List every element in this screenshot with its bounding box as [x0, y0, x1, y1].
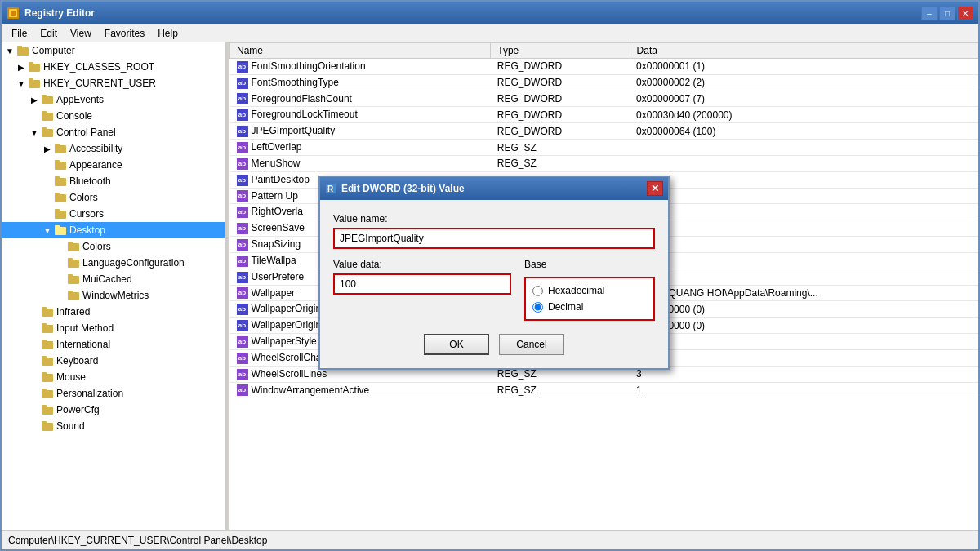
decimal-radio[interactable] — [532, 302, 543, 313]
dialog-body: Value name: Value data: Base Hexadecimal — [320, 200, 668, 368]
value-name-input[interactable] — [333, 228, 655, 249]
value-data-input[interactable] — [333, 273, 511, 295]
hexadecimal-row: Hexadecimal — [532, 285, 647, 296]
value-name-label: Value name: — [333, 213, 655, 224]
dialog-close-button[interactable]: ✕ — [647, 181, 663, 196]
cancel-button[interactable]: Cancel — [499, 334, 564, 355]
edit-dword-dialog: R Edit DWORD (32-bit) Value ✕ Value name… — [318, 176, 670, 370]
value-data-column: Value data: — [333, 259, 511, 295]
dialog-icon: R — [325, 183, 336, 194]
base-column: Base Hexadecimal Decimal — [524, 259, 655, 321]
hexadecimal-radio[interactable] — [532, 286, 543, 296]
dialog-title-bar: R Edit DWORD (32-bit) Value ✕ — [320, 177, 668, 200]
svg-text:R: R — [327, 184, 334, 193]
base-group: Hexadecimal Decimal — [524, 277, 655, 321]
decimal-label: Decimal — [548, 301, 583, 313]
ok-button[interactable]: OK — [424, 334, 489, 355]
base-label: Base — [524, 259, 655, 270]
dialog-overlay: R Edit DWORD (32-bit) Value ✕ Value name… — [0, 0, 980, 551]
decimal-row: Decimal — [532, 301, 647, 313]
hexadecimal-label: Hexadecimal — [548, 285, 604, 296]
dialog-row: Value data: Base Hexadecimal Decimal — [333, 259, 655, 321]
value-data-label: Value data: — [333, 259, 511, 270]
dialog-buttons: OK Cancel — [333, 334, 655, 355]
dialog-title-text: Edit DWORD (32-bit) Value — [341, 183, 647, 194]
